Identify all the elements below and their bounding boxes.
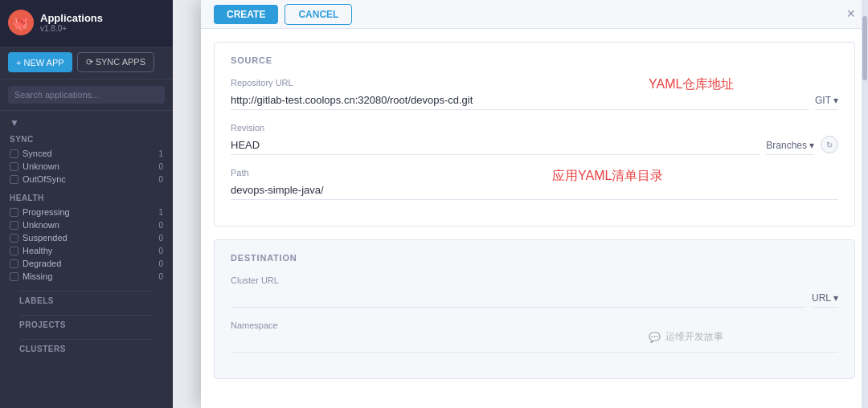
degraded-checkbox[interactable] (10, 259, 18, 268)
url-chevron-icon: ▾ (833, 292, 838, 304)
path-input[interactable] (231, 181, 838, 200)
synced-count: 1 (158, 149, 163, 158)
degraded-label: Degraded (23, 259, 61, 268)
healthy-checkbox[interactable] (10, 247, 18, 255)
main-area: CREATE CANCEL × SOURCE Repository URL GI… (173, 0, 868, 408)
watermark-text: 运维开发故事 (665, 330, 723, 344)
create-app-dialog: CREATE CANCEL × SOURCE Repository URL GI… (201, 0, 868, 408)
outofsync-label: OutOfSync (23, 174, 66, 184)
close-button[interactable]: × (846, 6, 855, 22)
sidebar-actions: + NEW APP ⟳ SYNC APPS (0, 46, 173, 80)
filter-healthy[interactable]: Healthy 0 (10, 244, 163, 257)
path-label: Path (231, 168, 838, 177)
unknown-sync-count: 0 (158, 162, 163, 171)
new-app-button[interactable]: + NEW APP (8, 52, 72, 72)
unknown-sync-checkbox[interactable] (10, 162, 18, 171)
filter-area: ▼ SYNC Synced 1 Unknown 0 Out (0, 111, 173, 369)
sync-apps-button[interactable]: ⟳ SYNC APPS (77, 52, 154, 72)
labels-section: LABELS (10, 291, 163, 308)
suspended-checkbox[interactable] (10, 234, 18, 243)
projects-section: PROJECTS (10, 315, 163, 333)
repo-url-label: Repository URL (231, 78, 838, 88)
filter-outofsync[interactable]: OutOfSync 0 (10, 173, 163, 186)
watermark: 💬 运维开发故事 (649, 330, 723, 344)
degraded-count: 0 (158, 259, 163, 268)
outofsync-count: 0 (158, 175, 163, 184)
repo-url-row: Repository URL GIT ▾ YAML仓库地址 (231, 78, 838, 110)
sync-filter-section: SYNC Synced 1 Unknown 0 OutOfSync (10, 135, 163, 186)
cancel-button[interactable]: CANCEL (285, 4, 352, 25)
synced-label: Synced (23, 149, 52, 158)
namespace-label: Namespace (231, 320, 838, 330)
cluster-url-input[interactable] (231, 288, 805, 308)
url-select[interactable]: URL ▾ (812, 292, 838, 308)
progressing-label: Progressing (23, 207, 70, 217)
source-section: SOURCE Repository URL GIT ▾ YAML仓库地址 (214, 42, 855, 226)
filter-unknown-health[interactable]: Unknown 0 (10, 218, 163, 231)
filter-progressing[interactable]: Progressing 1 (10, 206, 163, 218)
filter-degraded[interactable]: Degraded 0 (10, 257, 163, 270)
source-title: SOURCE (231, 55, 838, 65)
namespace-row: Namespace (231, 320, 838, 353)
synced-checkbox[interactable] (10, 149, 18, 158)
path-row: Path 应用YAML清单目录 (231, 168, 838, 200)
revision-row: Revision Branches ▾ ↻ (231, 123, 838, 155)
scrollbar-thumb[interactable] (862, 16, 867, 80)
dialog-body: SOURCE Repository URL GIT ▾ YAML仓库地址 (201, 29, 868, 408)
unknown-health-checkbox[interactable] (10, 221, 18, 230)
revision-input[interactable] (231, 136, 760, 155)
app-logo: 🐙 (8, 10, 34, 35)
git-label: GIT (815, 95, 831, 106)
unknown-health-count: 0 (158, 221, 163, 230)
namespace-input[interactable] (231, 333, 838, 353)
create-button[interactable]: CREATE (214, 5, 278, 24)
filter-suspended[interactable]: Suspended 0 (10, 231, 163, 244)
clusters-title: CLUSTERS (19, 339, 154, 357)
unknown-health-label: Unknown (23, 220, 59, 230)
repo-url-input[interactable] (231, 91, 809, 110)
branches-chevron-icon: ▾ (809, 140, 814, 151)
branches-select[interactable]: Branches ▾ (766, 140, 814, 155)
suspended-count: 0 (158, 234, 163, 243)
filter-unknown-sync[interactable]: Unknown 0 (10, 160, 163, 173)
outofsync-checkbox[interactable] (10, 175, 18, 184)
sidebar-header: 🐙 Applications v1.8.0+ (0, 0, 173, 46)
revision-label: Revision (231, 123, 838, 133)
refresh-button[interactable]: ↻ (821, 136, 838, 153)
git-chevron-icon: ▾ (833, 95, 838, 106)
dialog-header: CREATE CANCEL × (201, 0, 868, 29)
health-filter-section: HEALTH Progressing 1 Unknown 0 Suspended (10, 194, 163, 283)
filter-missing[interactable]: Missing 0 (10, 270, 163, 283)
unknown-sync-label: Unknown (23, 161, 59, 171)
app-version: v1.8.0+ (40, 24, 103, 33)
search-input[interactable] (8, 86, 165, 104)
dest-title: DESTINATION (231, 253, 838, 263)
progressing-checkbox[interactable] (10, 208, 18, 217)
cluster-url-label: Cluster URL (231, 275, 838, 285)
filter-synced[interactable]: Synced 1 (10, 147, 163, 160)
suspended-label: Suspended (23, 233, 68, 243)
search-area (0, 80, 173, 111)
healthy-label: Healthy (23, 246, 52, 255)
clusters-section: CLUSTERS (10, 339, 163, 357)
progressing-count: 1 (158, 208, 163, 217)
health-section-title: HEALTH (10, 194, 163, 202)
git-type-select[interactable]: GIT ▾ (815, 95, 838, 110)
filter-icon: ▼ (10, 117, 163, 129)
missing-count: 0 (158, 272, 163, 281)
cluster-url-row: Cluster URL URL ▾ (231, 275, 838, 308)
missing-checkbox[interactable] (10, 272, 18, 281)
destination-section: DESTINATION Cluster URL URL ▾ Namespace (214, 239, 855, 379)
projects-title: PROJECTS (19, 315, 154, 333)
app-title: Applications (40, 12, 103, 24)
missing-label: Missing (23, 271, 52, 281)
scrollbar[interactable] (862, 0, 868, 408)
sidebar: 🐙 Applications v1.8.0+ + NEW APP ⟳ SYNC … (0, 0, 173, 408)
sync-section-title: SYNC (10, 135, 163, 144)
sidebar-title-group: Applications v1.8.0+ (40, 12, 103, 33)
healthy-count: 0 (158, 247, 163, 255)
branches-label: Branches (766, 140, 807, 151)
url-label: URL (812, 292, 831, 304)
labels-title: LABELS (19, 291, 154, 308)
